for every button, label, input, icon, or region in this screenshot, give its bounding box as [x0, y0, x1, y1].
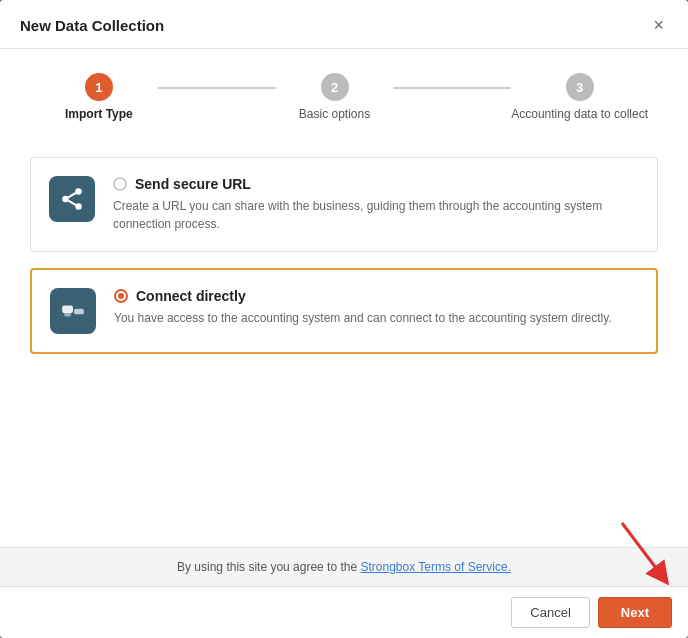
- connect-directly-icon-container: [50, 288, 96, 334]
- option-send-secure-url-content: Send secure URL Create a URL you can sha…: [113, 176, 639, 233]
- modal-body: Send secure URL Create a URL you can sha…: [0, 137, 688, 547]
- connect-icon: [60, 298, 86, 324]
- option-connect-directly[interactable]: Connect directly You have access to the …: [30, 268, 658, 354]
- step-2-circle: 2: [321, 73, 349, 101]
- modal-dialog: New Data Collection × 1 Import Type 2 Ba…: [0, 0, 688, 638]
- option-connect-directly-title: Connect directly: [136, 288, 246, 304]
- step-connector-2: [393, 87, 511, 89]
- svg-rect-8: [76, 307, 79, 309]
- modal-header: New Data Collection ×: [0, 0, 688, 49]
- step-1: 1 Import Type: [40, 73, 158, 121]
- tos-link[interactable]: Strongbox Terms of Service.: [360, 560, 511, 574]
- cancel-button[interactable]: Cancel: [511, 597, 589, 628]
- option-send-secure-url-title: Send secure URL: [135, 176, 251, 192]
- svg-rect-6: [74, 309, 84, 314]
- step-3-label: Accounting data to collect: [511, 107, 648, 121]
- option-send-secure-url[interactable]: Send secure URL Create a URL you can sha…: [30, 157, 658, 252]
- close-button[interactable]: ×: [649, 14, 668, 36]
- stepper: 1 Import Type 2 Basic options 3 Accounti…: [0, 49, 688, 137]
- send-secure-url-icon-container: [49, 176, 95, 222]
- step-3-circle: 3: [566, 73, 594, 101]
- option-send-secure-url-title-row: Send secure URL: [113, 176, 639, 192]
- option-send-secure-url-desc: Create a URL you can share with the busi…: [113, 197, 639, 233]
- step-1-circle: 1: [85, 73, 113, 101]
- next-button[interactable]: Next: [598, 597, 672, 628]
- step-3: 3 Accounting data to collect: [511, 73, 648, 121]
- svg-point-2: [75, 203, 82, 210]
- step-connector-1: [158, 87, 276, 89]
- option-connect-directly-desc: You have access to the accounting system…: [114, 309, 638, 327]
- svg-line-4: [68, 193, 75, 197]
- option-connect-directly-content: Connect directly You have access to the …: [114, 288, 638, 327]
- svg-rect-7: [64, 313, 71, 316]
- svg-rect-5: [62, 306, 73, 314]
- share-icon: [59, 186, 85, 212]
- step-2: 2 Basic options: [276, 73, 394, 121]
- svg-point-0: [75, 188, 82, 195]
- footer-buttons: Cancel Next: [0, 586, 688, 638]
- svg-line-3: [68, 201, 75, 205]
- option-connect-directly-title-row: Connect directly: [114, 288, 638, 304]
- step-2-label: Basic options: [299, 107, 370, 121]
- step-1-label: Import Type: [65, 107, 133, 121]
- svg-point-1: [62, 196, 69, 203]
- modal-title: New Data Collection: [20, 17, 164, 34]
- tos-text: By using this site you agree to the: [177, 560, 360, 574]
- radio-connect-directly[interactable]: [114, 289, 128, 303]
- tos-footer: By using this site you agree to the Stro…: [0, 547, 688, 586]
- radio-send-secure-url[interactable]: [113, 177, 127, 191]
